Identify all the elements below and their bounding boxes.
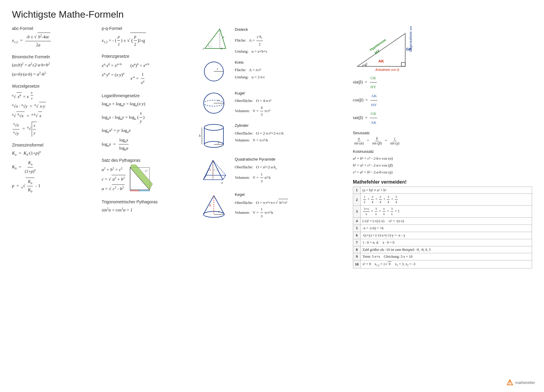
logo-icon — [506, 379, 513, 386]
trig-pyth-block: Trigonometrischer Pythagoras sin2α + cos… — [102, 199, 191, 214]
column-2: p-q-Formel x1,2 = - ( p 2 ) ± √ ( — [102, 26, 191, 269]
error-content-7: 1 : 0 = n. d. x · 0 = 0 — [361, 239, 532, 246]
page-title: Wichtigste Mathe-Formeln — [12, 9, 532, 20]
kegel-formulas: Kegel Oberfläche: O = π·r²+π·r·√h²+r² Vo… — [235, 191, 347, 219]
svg-text:β: β — [365, 62, 367, 66]
svg-text:c: c — [203, 46, 205, 51]
error-num-2: 2 — [353, 194, 361, 206]
error-content-1: (a + b)² ≠ a² + b² — [361, 187, 532, 194]
dreieck-shape: c b a h_c — [197, 26, 233, 53]
error-num-5: 5 — [353, 225, 361, 232]
error-row-6: 6 -(x+y) = (-1)·x+(-1)·y = -x - y — [353, 232, 532, 239]
logo-text: matheretter — [515, 380, 535, 385]
abc-title: abc-Formel — [12, 26, 96, 31]
svg-text:Ankathete von β: Ankathete von β — [375, 68, 399, 71]
error-row-8: 8 Zahl größer als -10 ist zum Beispiel: … — [353, 246, 532, 253]
error-content-5: -x = -(-6) = +6 — [361, 225, 532, 232]
svg-text:r: r — [218, 141, 219, 145]
binom-block: Binomische Formeln (a±b)2 = a2±2·a·b+b2 … — [12, 54, 96, 78]
svg-text:r: r — [218, 210, 220, 214]
abc-formula: x1,2 = -b ± √b2-4ac 2a — [12, 33, 96, 49]
error-row-1: 1 (a + b)² ≠ a² + b² — [353, 187, 532, 194]
kegel-pair: h r Kegel Oberfläche: O = π·r²+π·r·√h²+r… — [197, 191, 347, 222]
kreis-shape: r — [197, 59, 233, 86]
error-content-3: 3+xx = 3x + xx = 3x + 1 — [361, 206, 532, 218]
svg-text:h: h — [209, 168, 211, 171]
svg-text:h_s: h_s — [214, 168, 218, 171]
pyth-diagram: c² a² b² — [129, 164, 159, 191]
zylinder-shape: h r — [197, 122, 233, 152]
kugel-formulas: Kugel Oberfläche: O = 4·π·r² Volumen: V … — [235, 90, 347, 118]
zylinder-formulas: Zylinder Oberfläche: O = 2·π·r²+2·π·r·h … — [235, 122, 347, 144]
kosinussatz-block: Kosinussatz a² = b² + c² - 2·b·c·cos (α)… — [353, 149, 532, 176]
error-row-7: 7 1 : 0 = n. d. x · 0 = 0 — [353, 239, 532, 246]
dreieck-formulas: Dreieck Fläche: A = c·hc2 Umfang: u = a+… — [235, 26, 347, 55]
svg-text:GK: GK — [406, 47, 412, 51]
error-content-6: -(x+y) = (-1)·x+(-1)·y = -x - y — [361, 232, 532, 239]
trig-diagram-svg: Hypotenuse Ankathete von β Gegenkathete … — [353, 26, 419, 72]
svg-rect-4 — [130, 190, 139, 191]
svg-text:b: b — [221, 47, 223, 50]
pyramide-shape: h h_s a — [197, 156, 233, 187]
svg-text:h_c: h_c — [208, 44, 212, 48]
binom-f1: (a±b)2 = a2±2·a·b+b2 — [12, 61, 96, 69]
errors-title: Mathefehler vermeiden! — [353, 179, 532, 185]
error-num-3: 3 — [353, 206, 361, 218]
zylinder-pair: h r Zylinder Oberfläche: O = 2·π·r²+2·π·… — [197, 122, 347, 152]
log-block: Logarithmengesetze logax + logay = loga(… — [102, 93, 191, 153]
kreis-pair: r Kreis Fläche: A = π·r² Umfang: u = 2·π… — [197, 59, 347, 86]
column-1: abc-Formel x1,2 = -b ± √b2-4ac 2a Binomi… — [12, 26, 96, 269]
zinseszins-title: Zinseszinsformel — [12, 143, 96, 147]
errors-table: 1 (a + b)² ≠ a² + b² 2 12 + 34 = 24 + 34… — [353, 187, 532, 269]
error-content-8: Zahl größer als -10 ist zum Beispiel: -9… — [361, 246, 532, 253]
error-row-4: 4 (-x)² = (-x)·(-x) -x² = -(x·x) — [353, 218, 532, 225]
errors-section: Mathefehler vermeiden! 1 (a + b)² ≠ a² +… — [353, 179, 532, 269]
error-num-4: 4 — [353, 218, 361, 225]
kugel-shape: r — [197, 90, 233, 118]
binom-f2: (a+b)·(a-b) = a2-b2 — [12, 70, 96, 78]
wurzel-title: Wurzelgesetze — [12, 84, 96, 89]
error-num-9: 9 — [353, 253, 361, 260]
kreis-formulas: Kreis Fläche: A = π·r² Umfang: u = 2·π·r — [235, 59, 347, 80]
log-title: Logarithmengesetze — [102, 93, 191, 98]
svg-text:r: r — [218, 98, 219, 103]
pq-title: p-q-Formel — [102, 26, 191, 31]
svg-point-21 — [204, 124, 223, 130]
sinussatz-block: Sinussatz asin (α) = bsin (β) = csin (γ) — [353, 131, 532, 146]
abc-formel-block: abc-Formel x1,2 = -b ± √b2-4ac 2a — [12, 26, 96, 49]
trig-section: Hypotenuse Ankathete von β Gegenkathete … — [353, 26, 532, 127]
pyramide-formulas: Quadratische Pyramide Oberfläche: O = a²… — [235, 156, 347, 184]
potenz-block: Potenzgesetze xa·xb = xa+b xa·ya = (x·y)… — [102, 54, 191, 88]
error-content-4: (-x)² = (-x)·(-x) -x² = -(x·x) — [361, 218, 532, 225]
pq-block: p-q-Formel x1,2 = - ( p 2 ) ± √ ( — [102, 26, 191, 48]
zinseszins-block: Zinseszinsformel Kn = K0·(1+p)n K0 = Kn … — [12, 143, 96, 194]
error-num-7: 7 — [353, 239, 361, 246]
error-row-5: 5 -x = -(-6) = +6 — [353, 225, 532, 232]
svg-text:c²: c² — [145, 169, 148, 173]
error-content-2: 12 + 34 = 24 + 34 = 54 — [361, 194, 532, 206]
svg-text:r: r — [217, 67, 218, 71]
svg-point-58 — [509, 381, 510, 382]
trig-pyth-title: Trigonometrischer Pythagoras — [102, 199, 191, 204]
kegel-shape: h r — [197, 191, 233, 222]
svg-text:AK: AK — [378, 59, 384, 63]
pyramide-pair: h h_s a Quadratische Pyramide Oberfläche… — [197, 156, 347, 187]
error-num-6: 6 — [353, 232, 361, 239]
svg-text:a: a — [221, 181, 223, 184]
svg-rect-6 — [139, 190, 150, 191]
binom-title: Binomische Formeln — [12, 54, 96, 59]
error-row-3: 3 3+xx = 3x + xx = 3x + 1 — [353, 206, 532, 218]
kugel-pair: r Kugel Oberfläche: O = 4·π·r² Volumen: … — [197, 90, 347, 118]
shapes-column: c b a h_c Dreieck Fläche: A = c·hc2 Umfa… — [197, 26, 347, 269]
svg-marker-2 — [130, 164, 153, 190]
error-content-9: Term: 5·x+x Gleichung: 5·x = 10 — [361, 253, 532, 260]
wurzel-block: Wurzelgesetze a√xb = x ba a√x · a√y = a√… — [12, 84, 96, 137]
error-row-9: 9 Term: 5·x+x Gleichung: 5·x = 10 — [353, 253, 532, 260]
logo: matheretter — [506, 379, 535, 386]
pyth-block: Satz des Pythagoras a2 + b2 = c2 c = √a2… — [102, 158, 191, 194]
pyth-title: Satz des Pythagoras — [102, 158, 191, 163]
error-num-10: 10 — [353, 260, 361, 269]
dreieck-pair: c b a h_c Dreieck Fläche: A = c·hc2 Umfa… — [197, 26, 347, 55]
svg-rect-48 — [401, 62, 405, 66]
svg-text:h: h — [199, 134, 201, 138]
